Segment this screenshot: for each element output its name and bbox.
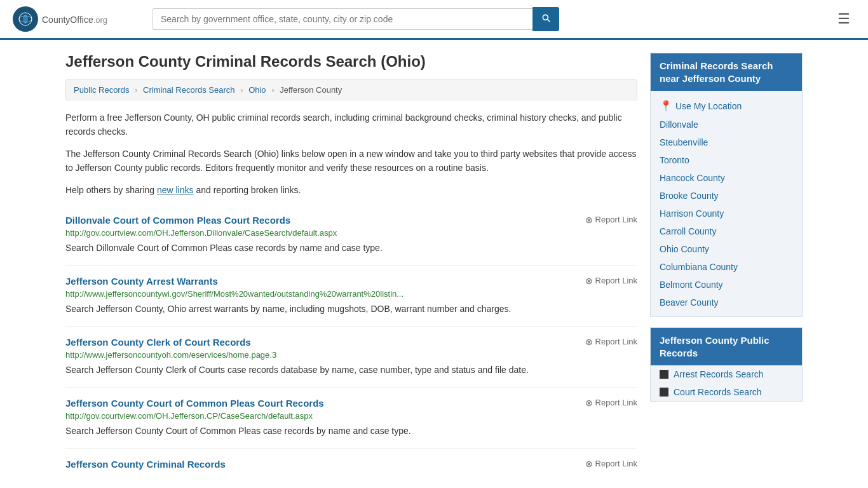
sidebar-nearby-link[interactable]: Toronto (651, 151, 802, 169)
record-title[interactable]: Jefferson County Clerk of Court Records (65, 337, 251, 348)
sidebar-section2-body: Arrest Records SearchCourt Records Searc… (651, 365, 802, 401)
sidebar-nearby-link[interactable]: Belmont County (651, 276, 802, 294)
sidebar-nearby-link[interactable]: Harrison County (651, 205, 802, 222)
record-item-header: Jefferson County Clerk of Court Records … (65, 337, 637, 348)
record-item: Jefferson County Arrest Warrants ⊗ Repor… (65, 266, 637, 327)
sidebar-nearby-link[interactable]: Dillonvale (651, 116, 802, 133)
sidebar: Criminal Records Search near Jefferson C… (650, 53, 803, 482)
main-content: Jefferson County Criminal Records Search… (65, 53, 637, 482)
record-desc: Search Jefferson County Clerk of Courts … (65, 363, 637, 377)
report-link-label: Report Link (595, 215, 637, 224)
record-url: http://www.jeffersoncountyoh.com/eservic… (65, 350, 637, 360)
report-link[interactable]: ⊗ Report Link (585, 337, 637, 347)
search-area (153, 7, 559, 31)
records-list: Dillonvale Court of Common Pleas Court R… (65, 205, 637, 482)
sidebar-nearby-link[interactable]: Columbiana County (651, 258, 802, 276)
breadcrumb-sep-2: › (240, 85, 243, 95)
record-item-header: Jefferson County Criminal Records ⊗ Repo… (65, 459, 637, 470)
report-icon: ⊗ (585, 215, 593, 225)
breadcrumb: Public Records › Criminal Records Search… (65, 79, 637, 100)
page-title: Jefferson County Criminal Records Search… (65, 53, 637, 71)
report-icon: ⊗ (585, 459, 593, 469)
description-2: The Jefferson County Criminal Records Se… (65, 147, 637, 175)
logo-text: CountyOffice.org (42, 13, 107, 26)
sidebar-nearby-link[interactable]: Brooke County (651, 187, 802, 205)
sidebar-section1-title: Criminal Records Search near Jefferson C… (651, 53, 802, 91)
report-link[interactable]: ⊗ Report Link (585, 215, 637, 225)
record-item-header: Jefferson County Court of Common Pleas C… (65, 398, 637, 409)
sidebar-sub-icon (660, 388, 668, 396)
record-title[interactable]: Jefferson County Arrest Warrants (65, 276, 218, 287)
sidebar-section2-title: Jefferson County Public Records (651, 328, 802, 365)
report-link[interactable]: ⊗ Report Link (585, 276, 637, 286)
breadcrumb-criminal-records-search[interactable]: Criminal Records Search (143, 85, 235, 95)
sidebar-sub-icon (660, 370, 668, 379)
sidebar-nearby-link[interactable]: Carroll County (651, 222, 802, 240)
record-item: Dillonvale Court of Common Pleas Court R… (65, 205, 637, 266)
sidebar-sub-link-label: Arrest Records Search (674, 369, 764, 379)
sidebar-public-records-link[interactable]: Court Records Search (651, 383, 802, 401)
sidebar-nearby-link[interactable]: Beaver County (651, 294, 802, 311)
sidebar-public-records-link[interactable]: Arrest Records Search (651, 365, 802, 383)
search-button[interactable] (532, 7, 559, 31)
record-item-header: Dillonvale Court of Common Pleas Court R… (65, 215, 637, 226)
sidebar-section-public-records: Jefferson County Public Records Arrest R… (650, 327, 803, 402)
header: CountyOffice.org ☰ (0, 0, 868, 40)
location-pin-icon: 📍 (660, 100, 672, 112)
search-input[interactable] (153, 8, 532, 30)
sidebar-nearby-link[interactable]: Steubenville (651, 133, 802, 151)
report-link[interactable]: ⊗ Report Link (585, 459, 637, 469)
record-desc: Search Jefferson County, Ohio arrest war… (65, 302, 637, 316)
breadcrumb-ohio[interactable]: Ohio (248, 85, 266, 95)
report-link-label: Report Link (595, 276, 637, 285)
record-item: Jefferson County Criminal Records ⊗ Repo… (65, 449, 637, 482)
report-link-label: Report Link (595, 398, 637, 407)
desc3-pre: Help others by sharing (65, 185, 157, 195)
record-item-header: Jefferson County Arrest Warrants ⊗ Repor… (65, 276, 637, 287)
sidebar-nearby-link[interactable]: Ohio County (651, 240, 802, 258)
logo-icon (13, 6, 38, 32)
record-url: http://gov.courtview.com/OH.Jefferson.Di… (65, 228, 637, 238)
nearby-links-list: DillonvaleSteubenvilleTorontoHancock Cou… (651, 116, 802, 311)
record-url: http://www.jeffersoncountywi.gov/Sheriff… (65, 289, 637, 299)
logo-area: CountyOffice.org (13, 6, 140, 32)
description-3: Help others by sharing new links and rep… (65, 183, 637, 197)
sidebar-nearby-link[interactable]: Hancock County (651, 169, 802, 187)
record-title[interactable]: Jefferson County Court of Common Pleas C… (65, 398, 324, 409)
record-url: http://gov.courtview.com/OH.Jefferson.CP… (65, 411, 637, 421)
report-icon: ⊗ (585, 337, 593, 347)
sidebar-section-nearby: Criminal Records Search near Jefferson C… (650, 53, 803, 317)
use-location-label: Use My Location (675, 101, 742, 111)
hamburger-button[interactable]: ☰ (832, 8, 855, 30)
report-icon: ⊗ (585, 276, 593, 286)
new-links-link[interactable]: new links (157, 185, 194, 195)
record-title[interactable]: Dillonvale Court of Common Pleas Court R… (65, 215, 290, 226)
sidebar-section1-body: 📍 Use My Location DillonvaleSteubenville… (651, 91, 802, 316)
breadcrumb-sep-3: › (271, 85, 274, 95)
breadcrumb-sep-1: › (135, 85, 137, 95)
record-desc: Search Dillonvale Court of Common Pleas … (65, 241, 637, 255)
record-title[interactable]: Jefferson County Criminal Records (65, 459, 226, 470)
report-icon: ⊗ (585, 398, 593, 408)
sidebar-sub-link-label: Court Records Search (674, 387, 762, 397)
description-1: Perform a free Jefferson County, OH publ… (65, 111, 637, 139)
use-my-location-link[interactable]: 📍 Use My Location (651, 96, 802, 116)
record-desc: Search Jefferson County Court of Common … (65, 424, 637, 438)
record-item: Jefferson County Court of Common Pleas C… (65, 388, 637, 449)
report-link-label: Report Link (595, 337, 637, 346)
report-link-label: Report Link (595, 459, 637, 468)
report-link[interactable]: ⊗ Report Link (585, 398, 637, 408)
breadcrumb-public-records[interactable]: Public Records (74, 85, 129, 95)
page-wrapper: Jefferson County Criminal Records Search… (53, 40, 815, 488)
breadcrumb-jefferson-county: Jefferson County (280, 85, 342, 95)
desc3-post: and reporting broken links. (194, 185, 301, 195)
record-item: Jefferson County Clerk of Court Records … (65, 327, 637, 388)
